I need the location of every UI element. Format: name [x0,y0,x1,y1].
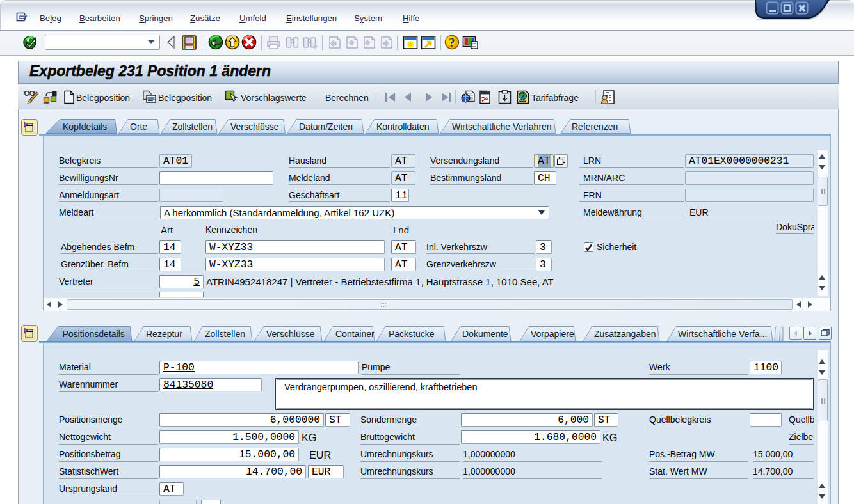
svg-text:Wirtschaftliche Verfa...: Wirtschaftliche Verfa... [678,329,767,339]
svg-text:Vorpapiere: Vorpapiere [531,329,574,339]
svg-text:Dokumente: Dokumente [462,329,508,339]
svg-text:Zusatzangaben: Zusatzangaben [594,329,656,339]
svg-text:Orte: Orte [130,122,147,132]
svg-text:?: ? [449,36,455,49]
svg-text:Kontrolldaten: Kontrolldaten [376,122,430,132]
svg-text:Zollstellen: Zollstellen [205,329,245,339]
svg-text:Referenzen: Referenzen [572,122,618,132]
svg-text:Packstücke: Packstücke [389,329,435,339]
svg-text:Positionsdetails: Positionsdetails [63,329,125,339]
svg-text:Verschlüsse: Verschlüsse [230,122,279,132]
svg-text:Container: Container [335,329,375,339]
svg-text:Kopfdetails: Kopfdetails [63,122,107,132]
svg-text:Verschlüsse: Verschlüsse [266,329,315,339]
svg-text:Datum/Zeiten: Datum/Zeiten [299,122,353,132]
svg-text:Wirtschaftliche Verfahren: Wirtschaftliche Verfahren [452,122,552,132]
svg-text:Rezeptur: Rezeptur [146,329,182,339]
svg-text:Zollstellen: Zollstellen [172,122,213,132]
